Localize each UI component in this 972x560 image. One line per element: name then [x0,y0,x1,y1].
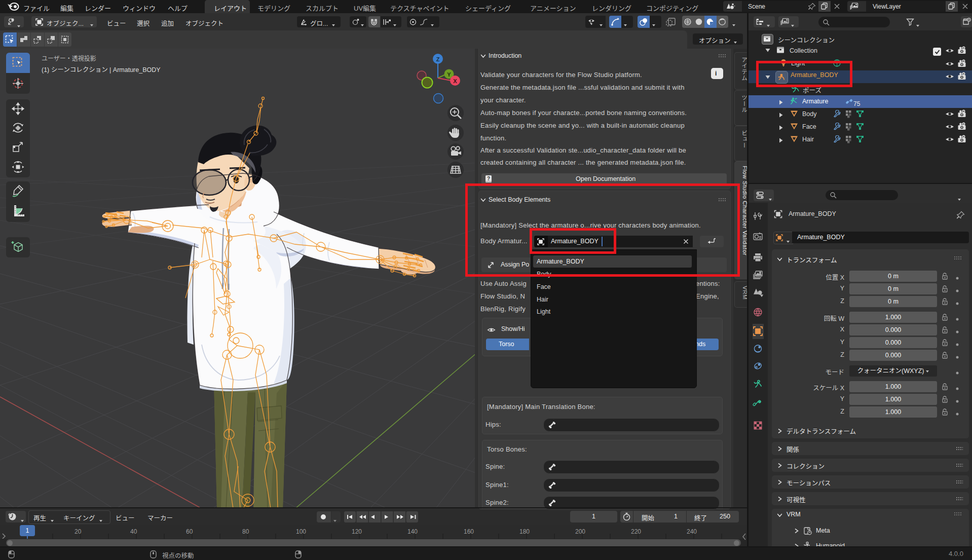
svg-text:?: ? [487,176,490,181]
svg-text:Y: Y [447,71,451,78]
svg-text:X: X [453,78,457,84]
svg-text:Z: Z [436,56,440,62]
